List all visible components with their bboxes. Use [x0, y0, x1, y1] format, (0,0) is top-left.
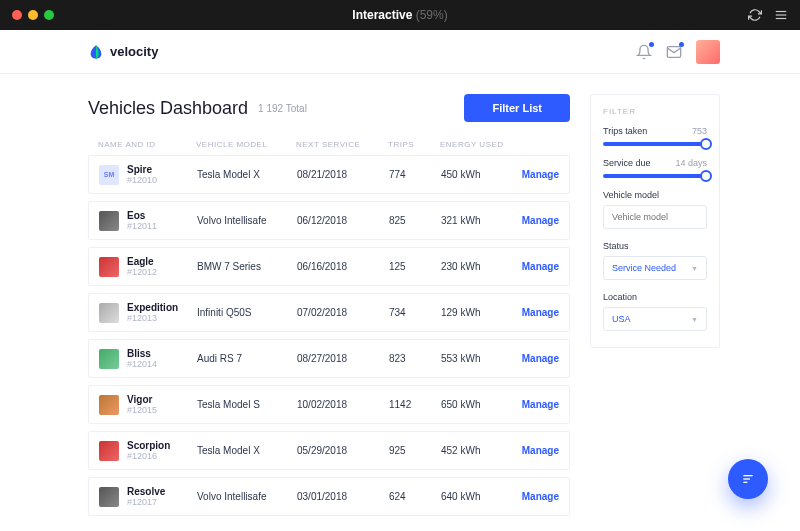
chevron-down-icon: ▼	[691, 316, 698, 323]
status-select-value: Service Needed	[612, 263, 676, 273]
col-action	[510, 140, 560, 149]
vehicle-id: #12013	[127, 313, 197, 323]
filter-list-button[interactable]: Filter List	[464, 94, 570, 122]
cell-trips: 823	[389, 353, 441, 364]
menu-icon[interactable]	[774, 8, 788, 22]
filter-panel: FILTER Trips taken 753 Service due 14 da…	[590, 94, 720, 348]
window-title-text: Interactive	[352, 8, 412, 22]
filter-trips-label: Trips taken	[603, 126, 647, 136]
manage-link[interactable]: Manage	[511, 215, 559, 226]
fab-button[interactable]	[728, 459, 768, 499]
vehicle-id: #12010	[127, 175, 197, 185]
vehicle-thumbnail	[99, 441, 119, 461]
vehicle-name: Spire	[127, 164, 197, 175]
vehicle-name: Bliss	[127, 348, 197, 359]
cell-service: 07/02/2018	[297, 307, 389, 318]
vehicle-thumbnail: SM	[99, 165, 119, 185]
manage-link[interactable]: Manage	[511, 169, 559, 180]
vehicle-name: Expedition	[127, 302, 197, 313]
minimize-window-button[interactable]	[28, 10, 38, 20]
window-title: Interactive (59%)	[352, 8, 447, 22]
cell-model: Tesla Model X	[197, 445, 297, 456]
manage-link[interactable]: Manage	[511, 307, 559, 318]
slider-knob[interactable]	[700, 138, 712, 150]
cell-service: 10/02/2018	[297, 399, 389, 410]
location-select[interactable]: USA ▼	[603, 307, 707, 331]
cell-model: BMW 7 Series	[197, 261, 297, 272]
vehicle-thumbnail	[99, 487, 119, 507]
col-trips: TRIPS	[388, 140, 440, 149]
cell-service: 06/16/2018	[297, 261, 389, 272]
table-row[interactable]: Eagle#12012BMW 7 Series06/16/2018125230 …	[88, 247, 570, 286]
table-body: SMSpire#12010Tesla Model X08/21/20187744…	[88, 155, 570, 516]
cell-model: Tesla Model X	[197, 169, 297, 180]
close-window-button[interactable]	[12, 10, 22, 20]
table-row[interactable]: Scorpion#12016Tesla Model X05/29/2018925…	[88, 431, 570, 470]
maximize-window-button[interactable]	[44, 10, 54, 20]
col-name: NAME AND ID	[98, 140, 196, 149]
cell-trips: 624	[389, 491, 441, 502]
manage-link[interactable]: Manage	[511, 491, 559, 502]
top-nav: velocity	[0, 30, 800, 74]
cell-energy: 129 kWh	[441, 307, 511, 318]
table-row[interactable]: SMSpire#12010Tesla Model X08/21/20187744…	[88, 155, 570, 194]
page-title: Vehicles Dashboard	[88, 98, 248, 119]
messages-button[interactable]	[666, 44, 682, 60]
table-row[interactable]: Resolve#12017Volvo Intellisafe03/01/2018…	[88, 477, 570, 516]
filter-status-label: Status	[603, 241, 707, 251]
vehicle-id: #12014	[127, 359, 197, 369]
cell-energy: 321 kWh	[441, 215, 511, 226]
table-row[interactable]: Vigor#12015Tesla Model S10/02/2018114265…	[88, 385, 570, 424]
filter-model-label: Vehicle model	[603, 190, 707, 200]
notification-dot	[649, 42, 654, 47]
cell-service: 08/27/2018	[297, 353, 389, 364]
cell-energy: 553 kWh	[441, 353, 511, 364]
vehicle-thumbnail	[99, 211, 119, 231]
messages-dot	[679, 42, 684, 47]
trips-slider[interactable]	[603, 142, 707, 146]
vehicle-id: #12011	[127, 221, 197, 231]
cell-trips: 925	[389, 445, 441, 456]
sort-icon	[740, 471, 756, 487]
leaf-icon	[88, 44, 104, 60]
vehicle-name: Eagle	[127, 256, 197, 267]
brand-logo[interactable]: velocity	[88, 44, 158, 60]
vehicle-name: Vigor	[127, 394, 197, 405]
cell-trips: 825	[389, 215, 441, 226]
filter-heading: FILTER	[603, 107, 707, 116]
table-header: NAME AND ID VEHICLE MODEL NEXT SERVICE T…	[88, 134, 570, 155]
vehicle-id: #12015	[127, 405, 197, 415]
vehicle-model-input[interactable]	[603, 205, 707, 229]
table-row[interactable]: Bliss#12014Audi RS 708/27/2018823553 kWh…	[88, 339, 570, 378]
service-slider[interactable]	[603, 174, 707, 178]
cell-trips: 1142	[389, 399, 441, 410]
reload-icon[interactable]	[748, 8, 762, 22]
cell-model: Infiniti Q50S	[197, 307, 297, 318]
window-titlebar: Interactive (59%)	[0, 0, 800, 30]
cell-service: 03/01/2018	[297, 491, 389, 502]
page-subtotal: 1 192 Total	[258, 103, 307, 114]
cell-service: 06/12/2018	[297, 215, 389, 226]
traffic-lights	[12, 10, 54, 20]
cell-energy: 640 kWh	[441, 491, 511, 502]
table-row[interactable]: Eos#12011Volvo Intellisafe06/12/20188253…	[88, 201, 570, 240]
manage-link[interactable]: Manage	[511, 261, 559, 272]
cell-model: Tesla Model S	[197, 399, 297, 410]
brand-name: velocity	[110, 44, 158, 59]
slider-knob[interactable]	[700, 170, 712, 182]
manage-link[interactable]: Manage	[511, 353, 559, 364]
vehicle-thumbnail	[99, 257, 119, 277]
vehicle-id: #12017	[127, 497, 197, 507]
cell-service: 08/21/2018	[297, 169, 389, 180]
table-row[interactable]: Expedition#12013Infiniti Q50S07/02/20187…	[88, 293, 570, 332]
vehicle-thumbnail	[99, 395, 119, 415]
cell-energy: 650 kWh	[441, 399, 511, 410]
status-select[interactable]: Service Needed ▼	[603, 256, 707, 280]
main-content: Vehicles Dashboard 1 192 Total Filter Li…	[88, 94, 570, 516]
manage-link[interactable]: Manage	[511, 445, 559, 456]
cell-model: Audi RS 7	[197, 353, 297, 364]
cell-trips: 125	[389, 261, 441, 272]
manage-link[interactable]: Manage	[511, 399, 559, 410]
notifications-button[interactable]	[636, 44, 652, 60]
avatar[interactable]	[696, 40, 720, 64]
